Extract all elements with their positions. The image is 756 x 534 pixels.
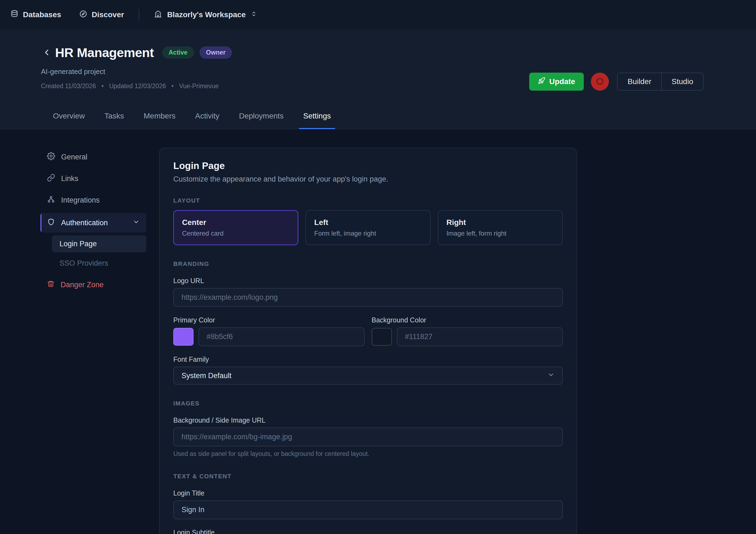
update-button-label: Update [550, 77, 575, 86]
layout-option-center[interactable]: Center Centered card [173, 210, 298, 245]
bg-image-url-input[interactable] [173, 428, 563, 446]
gear-icon [47, 152, 55, 162]
tab-members[interactable]: Members [139, 103, 180, 128]
meta-dot: • [101, 82, 104, 90]
sidebar-item-links[interactable]: Links [40, 170, 146, 187]
page: Databases Discover Blazorly's Workspace … [0, 0, 756, 534]
sidebar-integrations-label: Integrations [61, 196, 100, 205]
link-icon [47, 174, 55, 184]
stop-button[interactable] [591, 72, 609, 91]
studio-button[interactable]: Studio [661, 73, 703, 90]
shield-icon [47, 218, 55, 228]
sidebar-danger-zone-label: Danger Zone [61, 281, 104, 289]
layout-option-right[interactable]: Right Image left, form right [438, 210, 563, 245]
update-button[interactable]: Update [529, 72, 584, 91]
background-color-label: Background Color [372, 316, 563, 324]
chevron-down-icon [548, 371, 554, 380]
tab-overview[interactable]: Overview [49, 103, 89, 128]
primary-color-label: Primary Color [173, 316, 364, 324]
logo-url-input[interactable] [173, 288, 563, 307]
sidebar-subitem-login-page[interactable]: Login Page [52, 235, 146, 252]
tab-settings[interactable]: Settings [299, 103, 335, 128]
settings-body: General Links Integrations Authenticatio… [0, 129, 756, 534]
created-date: Created 11/03/2026 [41, 82, 96, 90]
workspace-switcher[interactable]: Blazorly's Workspace [154, 10, 257, 20]
login-title-input[interactable] [173, 500, 563, 519]
tab-tasks[interactable]: Tasks [100, 103, 128, 128]
card-title: Login Page [173, 160, 563, 171]
role-badge: Owner [200, 46, 232, 59]
login-page-settings-card: Login Page Customize the appearance and … [159, 148, 577, 534]
settings-sidebar: General Links Integrations Authenticatio… [40, 148, 146, 297]
nav-discover-label: Discover [92, 10, 124, 19]
primary-color-input[interactable] [199, 327, 364, 346]
tab-activity[interactable]: Activity [191, 103, 224, 128]
font-family-select[interactable]: System Default [173, 367, 563, 385]
rocket-icon [538, 77, 545, 86]
framework-label: Vue-Primevue [179, 82, 219, 90]
project-tabs: Overview Tasks Members Activity Deployme… [0, 103, 756, 129]
meta-dot: • [172, 82, 174, 90]
updated-date: Updated 12/03/2026 [109, 82, 166, 90]
nav-discover[interactable]: Discover [79, 10, 124, 20]
top-nav-bar: Databases Discover Blazorly's Workspace [0, 0, 756, 30]
project-header: HR Management Active Owner AI-generated … [0, 30, 756, 129]
sidebar-item-authentication[interactable]: Authentication [40, 213, 146, 233]
layout-option-center-desc: Centered card [182, 230, 289, 237]
layout-option-left-title: Left [314, 218, 422, 227]
status-badge: Active [162, 46, 194, 59]
layout-section-heading: LAYOUT [173, 197, 563, 204]
integrations-icon [47, 195, 55, 205]
font-family-label: Font Family [173, 355, 563, 363]
header-actions: Update Builder Studio [529, 72, 704, 91]
topbar-divider [139, 9, 139, 20]
power-ring-icon [595, 77, 605, 87]
chevrons-up-down-icon [251, 10, 257, 19]
nav-databases-label: Databases [23, 10, 61, 19]
sidebar-item-integrations[interactable]: Integrations [40, 191, 146, 209]
font-family-value: System Default [181, 372, 231, 380]
chevron-down-icon [133, 218, 140, 227]
layout-option-right-title: Right [446, 218, 554, 227]
login-title-label: Login Title [173, 489, 563, 497]
bg-image-url-label: Background / Side Image URL [173, 416, 563, 424]
layout-options: Center Centered card Left Form left, ima… [173, 210, 563, 245]
sidebar-item-danger-zone[interactable]: Danger Zone [40, 276, 146, 294]
page-title: HR Management [55, 45, 154, 60]
builder-button[interactable]: Builder [618, 73, 661, 90]
branding-section-heading: BRANDING [173, 261, 563, 267]
images-section-heading: IMAGES [173, 400, 563, 407]
building-icon [154, 10, 162, 20]
sidebar-subitem-sso-providers[interactable]: SSO Providers [52, 255, 146, 272]
workspace-name: Blazorly's Workspace [167, 10, 246, 19]
builder-studio-toggle: Builder Studio [617, 72, 704, 91]
card-subtitle: Customize the appearance and behavior of… [173, 175, 563, 183]
sidebar-links-label: Links [61, 175, 78, 183]
trash-icon [47, 280, 55, 290]
layout-option-left[interactable]: Left Form left, image right [306, 210, 430, 245]
sidebar-general-label: General [61, 153, 87, 161]
background-color-input[interactable] [397, 327, 563, 346]
text-content-section-heading: TEXT & CONTENT [173, 473, 563, 480]
background-color-swatch[interactable] [372, 328, 392, 346]
compass-icon [79, 10, 87, 20]
nav-databases[interactable]: Databases [10, 10, 61, 20]
layout-option-left-desc: Form left, image right [314, 230, 422, 237]
bg-image-help-text: Used as side panel for split layouts, or… [173, 450, 563, 458]
sidebar-item-general[interactable]: General [40, 148, 146, 166]
layout-option-right-desc: Image left, form right [446, 230, 554, 237]
database-icon [10, 10, 18, 20]
login-subtitle-label: Login Subtitle [173, 528, 563, 534]
primary-color-swatch[interactable] [173, 328, 194, 346]
logo-url-label: Logo URL [173, 277, 563, 285]
back-button[interactable] [40, 46, 53, 59]
layout-option-center-title: Center [182, 218, 289, 227]
sidebar-authentication-label: Authentication [61, 219, 108, 227]
tab-deployments[interactable]: Deployments [235, 103, 288, 128]
